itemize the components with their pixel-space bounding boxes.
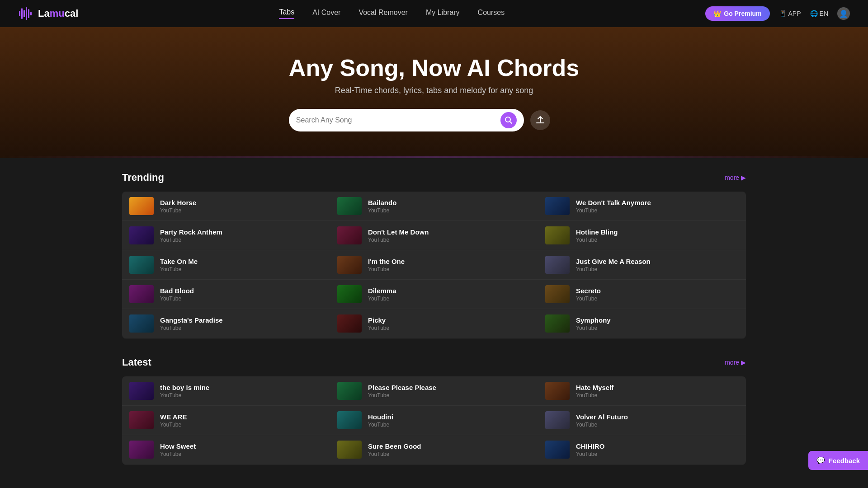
list-item[interactable]: Bad Blood YouTube <box>122 280 330 309</box>
song-thumbnail <box>545 285 570 303</box>
song-name: We Don't Talk Anymore <box>576 199 739 206</box>
song-info: Just Give Me A Reason YouTube <box>576 258 739 272</box>
latest-title: Latest <box>122 357 151 368</box>
list-item[interactable]: Dark Horse YouTube <box>122 192 330 221</box>
app-button[interactable]: 📱 APP <box>779 10 801 17</box>
list-item[interactable]: Party Rock Anthem YouTube <box>122 221 330 250</box>
song-name: Don't Let Me Down <box>368 228 531 236</box>
list-item[interactable]: the boy is mine YouTube <box>122 376 330 406</box>
list-item[interactable]: Houdini YouTube <box>330 406 538 435</box>
list-item[interactable]: Just Give Me A Reason YouTube <box>538 250 746 280</box>
song-source: YouTube <box>576 325 739 331</box>
nav-tabs[interactable]: Tabs <box>279 8 294 19</box>
logo-icon <box>18 5 34 22</box>
nav-ai-cover[interactable]: AI Cover <box>312 9 340 19</box>
trending-grid: Dark Horse YouTube Bailando YouTube We D… <box>122 192 746 338</box>
user-avatar[interactable]: 👤 <box>837 7 850 20</box>
language-selector[interactable]: 🌐 EN <box>810 10 828 17</box>
list-item[interactable]: We Don't Talk Anymore YouTube <box>538 192 746 221</box>
list-item[interactable]: Secreto YouTube <box>538 280 746 309</box>
song-source: YouTube <box>160 422 323 428</box>
song-name: Dark Horse <box>160 199 323 206</box>
phone-icon: 📱 <box>779 10 787 17</box>
nav-vocal-remover[interactable]: Vocal Remover <box>359 9 408 19</box>
song-source: YouTube <box>576 237 739 243</box>
upload-icon <box>535 115 545 125</box>
song-thumbnail <box>129 382 154 400</box>
song-info: Bailando YouTube <box>368 199 531 214</box>
song-name: WE ARE <box>160 413 323 421</box>
song-source: YouTube <box>368 296 531 302</box>
song-info: WE ARE YouTube <box>160 413 323 428</box>
song-name: CHIHIRO <box>576 442 739 450</box>
song-info: Bad Blood YouTube <box>160 287 323 302</box>
song-thumbnail <box>337 256 362 274</box>
song-thumbnail <box>129 226 154 244</box>
premium-button[interactable]: 👑 Go Premium <box>705 6 769 21</box>
list-item[interactable]: How Sweet YouTube <box>122 435 330 465</box>
globe-icon: 🌐 <box>810 10 818 17</box>
song-thumbnail <box>545 256 570 274</box>
list-item[interactable]: Please Please Please YouTube <box>330 376 538 406</box>
song-thumbnail <box>129 285 154 303</box>
song-info: We Don't Talk Anymore YouTube <box>576 199 739 214</box>
song-source: YouTube <box>576 207 739 214</box>
list-item[interactable]: Volver Al Futuro YouTube <box>538 406 746 435</box>
song-name: Secreto <box>576 287 739 295</box>
list-item[interactable]: Don't Let Me Down YouTube <box>330 221 538 250</box>
song-thumbnail <box>337 411 362 429</box>
list-item[interactable]: Hate Myself YouTube <box>538 376 746 406</box>
song-source: YouTube <box>368 422 531 428</box>
song-name: How Sweet <box>160 442 323 450</box>
svg-rect-0 <box>19 11 20 16</box>
nav-my-library[interactable]: My Library <box>426 9 460 19</box>
search-input[interactable] <box>296 116 496 124</box>
song-thumbnail <box>337 314 362 333</box>
svg-rect-3 <box>26 7 27 20</box>
song-info: Party Rock Anthem YouTube <box>160 228 323 243</box>
list-item[interactable]: Sure Been Good YouTube <box>330 435 538 465</box>
song-name: Gangsta's Paradise <box>160 316 323 324</box>
list-item[interactable]: Symphony YouTube <box>538 309 746 338</box>
list-item[interactable]: I'm the One YouTube <box>330 250 538 280</box>
song-thumbnail <box>129 314 154 333</box>
song-name: Dilemma <box>368 287 531 295</box>
list-item[interactable]: Take On Me YouTube <box>122 250 330 280</box>
hero-title: Any Song, Now AI Chords <box>289 54 579 81</box>
song-source: YouTube <box>368 392 531 399</box>
list-item[interactable]: CHIHIRO YouTube <box>538 435 746 465</box>
nav-links: Tabs AI Cover Vocal Remover My Library C… <box>279 8 505 19</box>
search-button[interactable] <box>500 112 517 128</box>
list-item[interactable]: Hotline Bling YouTube <box>538 221 746 250</box>
song-name: Volver Al Futuro <box>576 413 739 421</box>
song-info: Dark Horse YouTube <box>160 199 323 214</box>
navbar: Lamucal Tabs AI Cover Vocal Remover My L… <box>0 0 868 27</box>
logo[interactable]: Lamucal <box>18 5 78 22</box>
trending-more[interactable]: more ▶ <box>725 174 746 181</box>
song-source: YouTube <box>576 266 739 272</box>
song-thumbnail <box>337 285 362 303</box>
list-item[interactable]: WE ARE YouTube <box>122 406 330 435</box>
latest-more[interactable]: more ▶ <box>725 359 746 366</box>
svg-rect-2 <box>24 10 25 17</box>
song-name: the boy is mine <box>160 384 323 391</box>
svg-line-7 <box>509 121 512 123</box>
song-source: YouTube <box>368 325 531 331</box>
latest-header: Latest more ▶ <box>122 357 746 368</box>
song-source: YouTube <box>160 207 323 214</box>
song-name: Party Rock Anthem <box>160 228 323 236</box>
user-icon: 👤 <box>839 9 848 18</box>
list-item[interactable]: Gangsta's Paradise YouTube <box>122 309 330 338</box>
upload-button[interactable] <box>530 110 550 130</box>
trending-header: Trending more ▶ <box>122 172 746 183</box>
song-info: Secreto YouTube <box>576 287 739 302</box>
feedback-button[interactable]: 💬 Feedback <box>808 451 868 470</box>
list-item[interactable]: Picky YouTube <box>330 309 538 338</box>
song-thumbnail <box>129 441 154 459</box>
list-item[interactable]: Dilemma YouTube <box>330 280 538 309</box>
list-item[interactable]: Bailando YouTube <box>330 192 538 221</box>
song-thumbnail <box>337 382 362 400</box>
song-name: Picky <box>368 316 531 324</box>
song-thumbnail <box>545 314 570 333</box>
nav-courses[interactable]: Courses <box>478 9 505 19</box>
